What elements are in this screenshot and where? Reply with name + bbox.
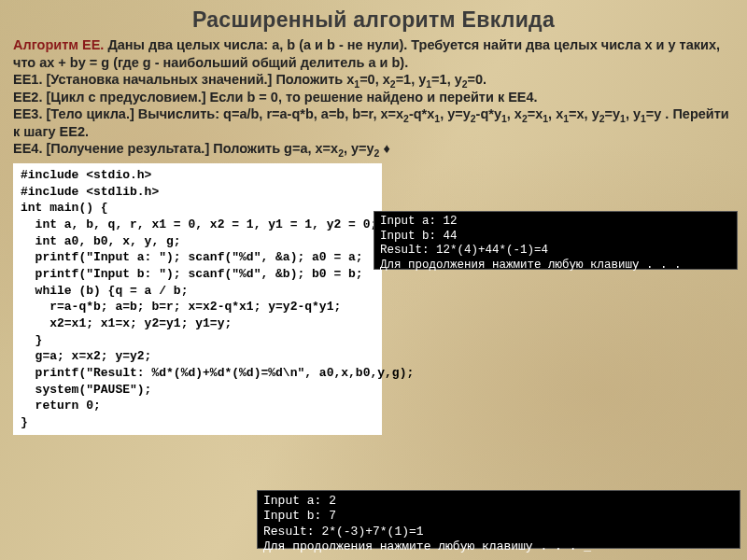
algo-label: Алгоритм EE. (13, 37, 104, 52)
slide-title: Расширенный алгоритм Евклида (13, 7, 734, 33)
terminal-output-1: Input a: 12 Input b: 44 Result: 12*(4)+4… (374, 211, 738, 270)
algorithm-description: Алгоритм EE. Даны два целых числа: a, b … (13, 36, 734, 158)
comma-yy: , y=y (344, 141, 374, 156)
ee3-p2h: =y (605, 106, 621, 121)
ee3-p2f: , x (548, 106, 563, 121)
ee3-text: [Тело цикла.] Вычислить: q=a/b, r=a-q*b,… (42, 106, 403, 121)
ee4-text: [Получение результата.] Положить g=a, x=… (42, 141, 338, 156)
ee2-text: [Цикл с предусловием.] Если b = 0, то ре… (42, 90, 537, 105)
ee3-label: EE3. (13, 106, 42, 121)
ee2-label: EE2. (13, 90, 42, 105)
ee3-p2d: , x (507, 106, 522, 121)
ee3-p2b: , y=y (440, 106, 471, 121)
ee1-label: EE1. (13, 72, 42, 87)
ee1-rest: =0. (468, 72, 487, 87)
ee3-p2i: , y (626, 106, 641, 121)
eq1a: =1, y (396, 72, 427, 87)
ee4-rest: ♦ (379, 141, 389, 156)
eq1b: =1, y (431, 72, 462, 87)
algo-intro: Даны два целых числа: a, b (a и b - не н… (13, 37, 720, 70)
ee4-label: EE4. (13, 141, 42, 156)
ee3-p2c: -q*y (476, 106, 501, 121)
ee1-text: [Установка начальных значений.] Положить… (42, 72, 354, 87)
terminal-output-2: Input a: 2 Input b: 7 Result: 2*(-3)+7*(… (257, 490, 740, 549)
ee3-p2g: =x, y (569, 106, 599, 121)
eq0: =0, x (359, 72, 390, 87)
source-code: #include <stdio.h> #include <stdlib.h> i… (13, 163, 382, 435)
ee3-p2a: -q*x (409, 106, 434, 121)
ee3-p2e: =x (528, 106, 543, 121)
